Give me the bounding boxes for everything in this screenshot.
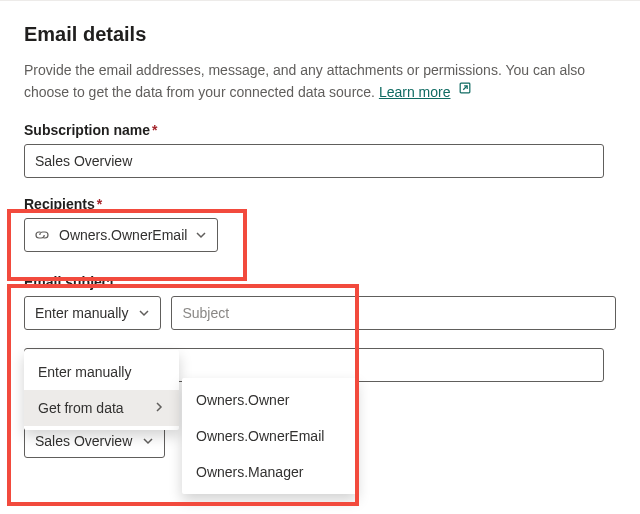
chevron-right-icon (153, 400, 165, 416)
subscription-name-input[interactable] (24, 144, 604, 178)
email-subject-field: Email subject Enter manually (24, 274, 616, 330)
submenu-item-owners-manager[interactable]: Owners.Manager (182, 454, 357, 490)
menu-item-enter-manually[interactable]: Enter manually (24, 354, 179, 390)
menu-item-get-from-data[interactable]: Get from data (24, 390, 179, 426)
email-subject-mode-dropdown[interactable]: Enter manually (24, 296, 161, 330)
submenu-item-owners-owneremail[interactable]: Owners.OwnerEmail (182, 418, 357, 454)
recipients-field: Recipients* Owners.OwnerEmail (24, 196, 616, 252)
get-from-data-submenu[interactable]: Owners.Owner Owners.OwnerEmail Owners.Ma… (182, 378, 357, 494)
email-subject-label: Email subject (24, 274, 616, 290)
submenu-item-owners-owner[interactable]: Owners.Owner (182, 382, 357, 418)
recipients-label: Recipients* (24, 196, 616, 212)
subscription-name-field: Subscription name* (24, 122, 616, 178)
page-title: Email details (24, 23, 616, 46)
external-link-icon (458, 80, 472, 100)
subscription-name-label: Subscription name* (24, 122, 616, 138)
required-asterisk: * (97, 196, 102, 212)
email-subject-input[interactable] (171, 296, 616, 330)
page-description: Provide the email addresses, message, an… (24, 60, 616, 102)
email-subject-mode-menu[interactable]: Enter manually Get from data (24, 350, 179, 430)
chevron-down-icon (138, 307, 150, 319)
required-asterisk: * (152, 122, 157, 138)
chevron-down-icon (142, 435, 154, 447)
description-text: Provide the email addresses, message, an… (24, 62, 585, 100)
recipients-chip-text: Owners.OwnerEmail (59, 227, 187, 243)
email-subject-mode-value: Enter manually (35, 305, 128, 321)
chevron-down-icon (195, 229, 207, 241)
recipients-chip[interactable]: Owners.OwnerEmail (24, 218, 218, 252)
learn-more-link[interactable]: Learn more (379, 84, 451, 100)
report-page-value: Sales Overview (35, 433, 132, 449)
link-icon (33, 228, 51, 242)
